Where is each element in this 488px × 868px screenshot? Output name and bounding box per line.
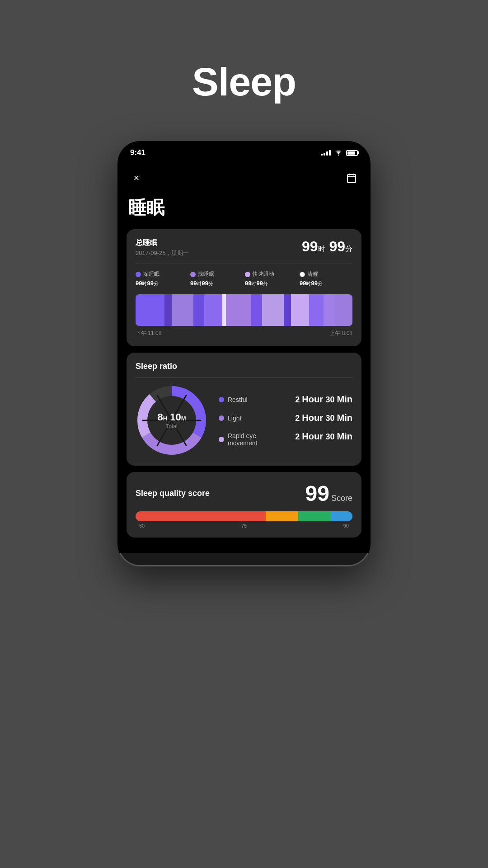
nav-bar: × (127, 162, 361, 191)
rem-val: 99时99分 (245, 280, 298, 287)
chart-end-time: 上午 8:08 (329, 330, 352, 337)
calendar-button[interactable] (343, 170, 360, 186)
score-label-90: 90 (343, 523, 349, 528)
ratio-legend: Restful 2 Hour 30 Min Light 2 Hour 30 Mi… (219, 394, 352, 447)
donut-chart: 8H 10M Total (136, 384, 208, 457)
score-label-60: 60 (139, 523, 145, 528)
battery-icon (346, 150, 358, 156)
score-label-75: 75 (241, 523, 247, 528)
restful-value: 2 Hour 30 Min (295, 394, 352, 405)
score-labels: 60 75 90 (139, 523, 349, 528)
quality-number: 99 (305, 481, 329, 506)
light-sleep-val: 99时99分 (190, 280, 243, 287)
score-bar (136, 511, 352, 521)
awake-name: 清醒 (307, 270, 318, 278)
rem-dot (245, 272, 250, 277)
rem-name: 快速眼动 (253, 270, 274, 278)
light-dot (219, 415, 224, 421)
restful-label: Restful (228, 396, 248, 403)
sleep-ratio-card: Sleep ratio (127, 353, 361, 466)
app-content: × 睡眠 总睡眠 2017-09-25，星期一 99时 (117, 162, 371, 553)
deep-sleep-val: 99时99分 (136, 280, 188, 287)
sleep-total-value: 99时 99分 (302, 238, 352, 255)
ratio-title: Sleep ratio (136, 362, 352, 371)
legend-light: Light 2 Hour 30 Min (219, 413, 352, 423)
awake-val: 99时99分 (300, 280, 352, 287)
sleep-type-rem: 快速眼动 99时99分 (245, 270, 298, 287)
signal-icon (321, 150, 331, 156)
sleep-type-deep: 深睡眠 99时99分 (136, 270, 188, 287)
light-value: 2 Hour 30 Min (295, 413, 352, 423)
rem-legend-label: Rapid eye movement (228, 432, 277, 447)
rem-legend-dot (219, 437, 224, 442)
sleep-quality-card: Sleep quality score 99 Score 60 75 90 (127, 472, 361, 538)
deep-sleep-dot (136, 272, 141, 277)
sleep-summary-card: 总睡眠 2017-09-25，星期一 99时 99分 深睡眠 99时99分 (127, 229, 361, 346)
page-title: Sleep (192, 59, 296, 105)
sleep-date: 2017-09-25，星期一 (136, 249, 189, 257)
quality-score: 99 Score (305, 481, 352, 506)
donut-center: 8H 10M Total (157, 411, 186, 429)
rem-value: 2 Hour 30 Min (295, 431, 352, 442)
sleep-type-awake: 清醒 99时99分 (300, 270, 352, 287)
phone-frame: 9:41 × (117, 141, 371, 566)
sleep-chart (136, 294, 352, 326)
quality-label: Sleep quality score (136, 489, 210, 498)
status-icons (321, 149, 358, 157)
deep-sleep-name: 深睡眠 (143, 270, 160, 278)
svg-rect-1 (347, 175, 356, 183)
restful-dot (219, 397, 224, 402)
legend-rem: Rapid eye movement 2 Hour 30 Min (219, 431, 352, 447)
svg-point-0 (338, 154, 339, 155)
legend-restful: Restful 2 Hour 30 Min (219, 394, 352, 405)
total-sleep-label: 总睡眠 (136, 238, 189, 248)
light-sleep-dot (190, 272, 196, 277)
status-bar: 9:41 (117, 141, 371, 162)
sleep-types: 深睡眠 99时99分 浅睡眠 99时99分 快速眼动 99 (136, 270, 352, 287)
light-label: Light (228, 415, 241, 422)
screen-title: 睡眠 (127, 191, 361, 229)
sleep-type-light: 浅睡眠 99时99分 (190, 270, 243, 287)
quality-unit: Score (331, 494, 352, 503)
donut-total-label: Total (157, 423, 186, 429)
close-button[interactable]: × (128, 170, 145, 186)
awake-dot (300, 272, 305, 277)
wifi-icon (334, 149, 343, 157)
status-time: 9:41 (130, 148, 145, 157)
light-sleep-name: 浅睡眠 (198, 270, 214, 278)
chart-start-time: 下午 11:08 (136, 330, 161, 337)
